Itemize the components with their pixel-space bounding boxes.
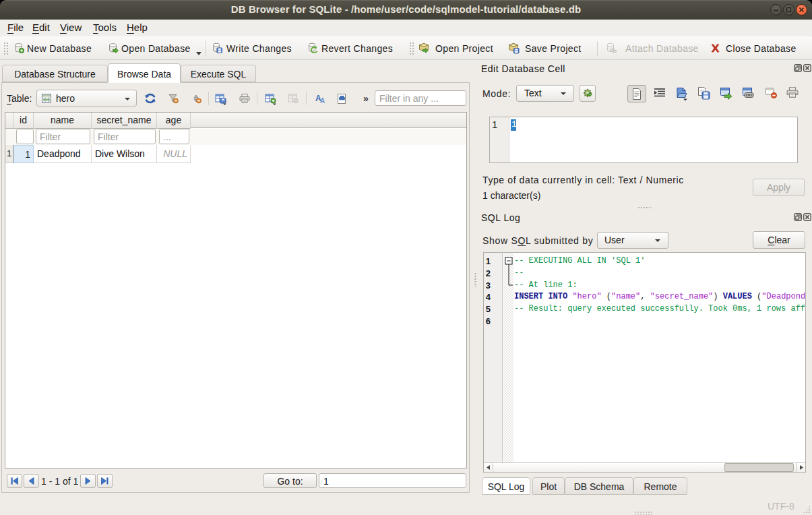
- svg-text:A: A: [320, 97, 325, 104]
